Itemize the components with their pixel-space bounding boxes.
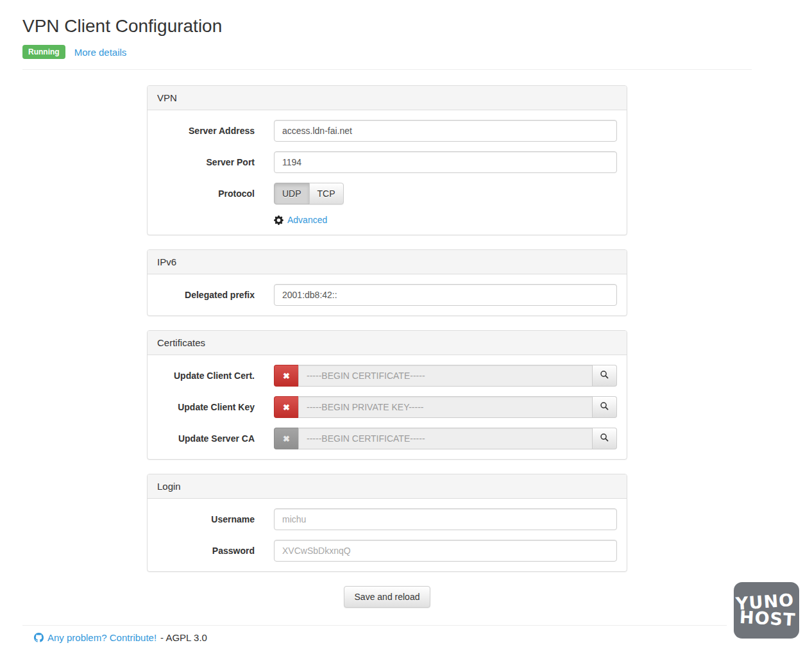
main-content: VPN Server Address Server Port Protocol … (147, 85, 627, 608)
yunohost-logo: YUNO HOST (734, 582, 799, 639)
license-text: - AGPL 3.0 (160, 632, 207, 643)
panel-vpn-title: VPN (157, 92, 617, 103)
panel-vpn-body: Server Address Server Port Protocol UDP … (148, 110, 627, 235)
panel-login-body: Username Password (148, 499, 627, 571)
panel-vpn-heading: VPN (148, 86, 627, 110)
search-icon (600, 401, 609, 413)
username-input[interactable] (274, 508, 617, 530)
protocol-tcp-button[interactable]: TCP (309, 183, 344, 205)
save-row: Save and reload (147, 586, 627, 608)
panel-ipv6-body: Delegated prefix (148, 274, 627, 315)
x-icon: ✖ (283, 435, 290, 443)
header-divider (22, 69, 752, 70)
panel-login-title: Login (157, 481, 617, 492)
x-icon: ✖ (283, 403, 290, 412)
server-address-input[interactable] (274, 120, 617, 142)
username-row: Username (157, 508, 617, 530)
password-row: Password (157, 540, 617, 562)
page-title: VPN Client Configuration (22, 16, 812, 37)
yunohost-logo-line2: HOST (740, 609, 797, 628)
contribute-link[interactable]: Any problem? Contribute! (47, 632, 156, 643)
search-icon (600, 370, 609, 381)
client-key-remove-button[interactable]: ✖ (274, 396, 298, 418)
status-badge: Running (22, 45, 65, 59)
panel-ipv6-heading: IPv6 (148, 250, 627, 274)
client-cert-browse-button[interactable] (593, 365, 617, 387)
page-header: VPN Client Configuration Running More de… (0, 0, 812, 59)
server-address-label: Server Address (157, 126, 255, 136)
status-row: Running More details (22, 45, 812, 59)
search-icon (600, 433, 609, 444)
panel-certificates-title: Certificates (157, 337, 617, 348)
advanced-link[interactable]: Advanced (287, 215, 327, 225)
protocol-row: Protocol UDP TCP (157, 183, 617, 205)
delegated-prefix-row: Delegated prefix (157, 284, 617, 306)
password-input[interactable] (274, 540, 617, 562)
panel-login: Login Username Password (147, 474, 627, 572)
server-ca-label: Update Server CA (157, 433, 255, 444)
client-key-browse-button[interactable] (593, 396, 617, 418)
gear-icon (274, 215, 283, 225)
server-port-input[interactable] (274, 151, 617, 173)
password-label: Password (157, 546, 255, 556)
client-cert-row: Update Client Cert. ✖ (157, 365, 617, 387)
server-address-row: Server Address (157, 120, 617, 142)
panel-login-heading: Login (148, 474, 627, 499)
footer-line: Any problem? Contribute! - AGPL 3.0 (0, 626, 812, 652)
panel-vpn: VPN Server Address Server Port Protocol … (147, 85, 627, 235)
protocol-udp-button[interactable]: UDP (274, 183, 310, 205)
save-and-reload-button[interactable]: Save and reload (344, 586, 431, 608)
advanced-row: Advanced (274, 215, 617, 225)
client-key-label: Update Client Key (157, 402, 255, 412)
panel-ipv6: IPv6 Delegated prefix (147, 249, 627, 316)
server-ca-row: Update Server CA ✖ (157, 428, 617, 449)
panel-certificates-heading: Certificates (148, 331, 627, 355)
client-key-row: Update Client Key ✖ (157, 396, 617, 418)
more-details-link[interactable]: More details (74, 47, 127, 58)
server-port-label: Server Port (157, 157, 255, 167)
client-cert-input[interactable] (298, 365, 593, 387)
panel-certificates: Certificates Update Client Cert. ✖ (147, 330, 627, 460)
server-port-row: Server Port (157, 151, 617, 173)
client-key-input[interactable] (298, 396, 593, 418)
github-icon (34, 633, 44, 642)
server-ca-browse-button[interactable] (593, 428, 617, 449)
server-ca-remove-button-disabled: ✖ (274, 428, 298, 449)
panel-certificates-body: Update Client Cert. ✖ (148, 355, 627, 459)
client-cert-label: Update Client Cert. (157, 371, 255, 381)
client-cert-remove-button[interactable]: ✖ (274, 365, 298, 387)
username-label: Username (157, 514, 255, 524)
protocol-toggle-group: UDP TCP (274, 183, 344, 205)
server-ca-input[interactable] (298, 428, 593, 449)
delegated-prefix-input[interactable] (274, 284, 617, 306)
x-icon: ✖ (283, 372, 290, 380)
footer: Any problem? Contribute! - AGPL 3.0 (0, 625, 812, 652)
panel-ipv6-title: IPv6 (157, 256, 617, 267)
protocol-label: Protocol (157, 188, 255, 199)
delegated-prefix-label: Delegated prefix (157, 290, 255, 300)
